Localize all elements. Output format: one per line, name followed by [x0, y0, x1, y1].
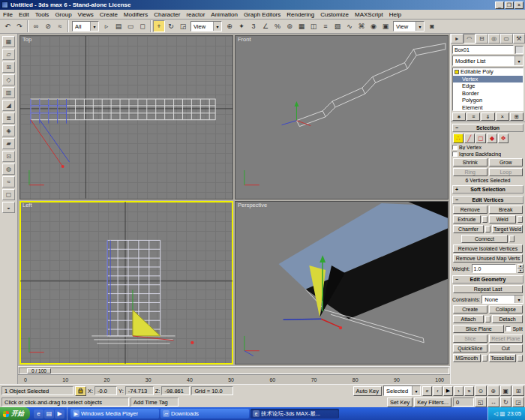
polygon-mode-icon[interactable]: ◆: [487, 134, 497, 143]
soft-selection-rollout-header[interactable]: + Soft Selection: [452, 185, 524, 194]
dock-tool-icon-12[interactable]: ≈: [2, 176, 15, 188]
select-and-link-icon[interactable]: ∞: [30, 20, 42, 32]
remove-isolated-vertices-button[interactable]: Remove Isolated Vertices: [453, 244, 523, 253]
repeat-last-button[interactable]: Repeat Last: [453, 285, 523, 293]
slice-plane-button[interactable]: Slice Plane: [453, 325, 504, 333]
selection-rollout-header[interactable]: − Selection: [452, 124, 524, 132]
select-and-rotate-icon[interactable]: ↻: [165, 20, 177, 32]
dock-tool-icon-9[interactable]: ▰: [2, 138, 15, 149]
key-filters-button[interactable]: Key Filters...: [414, 398, 452, 407]
animate-selected-dropdown[interactable]: Selected ▾: [383, 386, 421, 396]
next-frame-icon[interactable]: ›: [454, 386, 464, 396]
attach-settings-icon[interactable]: [485, 316, 490, 322]
dock-tool-icon-13[interactable]: ▢: [2, 189, 15, 200]
viewport-perspective-label[interactable]: Perspective: [238, 202, 267, 208]
go-to-start-icon[interactable]: «: [422, 386, 432, 396]
msmooth-settings-icon[interactable]: [482, 355, 488, 362]
dock-tool-icon-1[interactable]: ▦: [2, 36, 15, 47]
layer-manager-icon[interactable]: ▧: [332, 20, 344, 32]
arc-rotate-icon[interactable]: ↻: [500, 397, 512, 407]
viewport-front-label[interactable]: Front: [238, 36, 251, 43]
mirror-icon[interactable]: ◫: [308, 20, 320, 32]
reset-plane-button[interactable]: Reset Plane: [489, 334, 524, 343]
task-forum[interactable]: e 技术论坛-3ds MAX-最...: [250, 409, 339, 418]
weight-spinner[interactable]: ▲ ▼: [518, 264, 524, 273]
break-button[interactable]: Break: [489, 206, 524, 214]
window-crossing-icon[interactable]: ◻: [136, 20, 148, 32]
auto-key-button[interactable]: Auto Key: [353, 386, 382, 396]
quick-render-icon[interactable]: ◙: [426, 20, 438, 32]
show-end-result-icon[interactable]: ≡: [466, 112, 480, 121]
modifier-list-dropdown[interactable]: Modifier List ▾: [452, 56, 524, 66]
undo-icon[interactable]: ↶: [2, 20, 14, 32]
task-downloads[interactable]: ▱ Downloads: [160, 409, 249, 418]
collapse-button[interactable]: Collapse: [489, 305, 524, 314]
menu-item[interactable]: Edit: [16, 10, 32, 19]
select-and-manipulate-icon[interactable]: ✦: [236, 20, 248, 32]
remove-modifier-icon[interactable]: ×: [496, 112, 509, 121]
dock-tool-icon-2[interactable]: ▱: [2, 49, 15, 60]
unlink-selection-icon[interactable]: ⊘: [42, 20, 54, 32]
display-tab-icon[interactable]: ▭: [500, 34, 513, 44]
menu-item[interactable]: Create: [97, 10, 121, 19]
split-checkbox[interactable]: [506, 326, 511, 332]
z-coordinate-field[interactable]: -98.861: [161, 386, 190, 395]
msmooth-button[interactable]: MSmooth: [453, 354, 481, 362]
edit-vertices-rollout-header[interactable]: − Edit Vertices: [452, 196, 524, 204]
menu-item[interactable]: File: [0, 10, 16, 19]
weld-settings-icon[interactable]: [518, 216, 523, 223]
by-vertex-checkbox[interactable]: [452, 145, 458, 150]
named-selection-sets-icon[interactable]: ▦: [296, 20, 308, 32]
dock-tool-icon-11[interactable]: ◍: [2, 164, 15, 175]
tessellate-button[interactable]: Tessellate: [489, 354, 517, 362]
dock-tool-icon-7[interactable]: ≣: [2, 112, 15, 124]
ignore-backfacing-checkbox[interactable]: [452, 152, 458, 157]
viewport-top[interactable]: Top: [20, 35, 233, 200]
loop-button[interactable]: Loop: [489, 168, 524, 176]
stack-subobject-item[interactable]: Polygon: [453, 97, 523, 104]
current-frame-field[interactable]: 0: [453, 398, 474, 406]
menu-item[interactable]: Help: [386, 10, 404, 19]
redo-icon[interactable]: ↷: [14, 20, 26, 32]
viewport-perspective[interactable]: Perspective: [235, 201, 448, 365]
time-slider-handle[interactable]: 0 / 100: [27, 368, 51, 374]
border-mode-icon[interactable]: ▢: [476, 134, 486, 143]
minimize-button[interactable]: _: [495, 2, 504, 9]
material-editor-icon[interactable]: ◉: [368, 20, 380, 32]
quickslice-button[interactable]: QuickSlice: [453, 344, 488, 352]
zoom-all-icon[interactable]: ⊕: [488, 386, 500, 396]
rect-selection-region-icon[interactable]: ▭: [124, 20, 136, 32]
selection-filter-dropdown[interactable]: All ▾: [72, 21, 99, 32]
stack-subobject-item[interactable]: Border: [453, 90, 523, 98]
ring-button[interactable]: Ring: [453, 168, 488, 176]
align-icon[interactable]: ≡: [320, 20, 332, 32]
tessellate-settings-icon[interactable]: [518, 355, 523, 362]
create-button[interactable]: Create: [453, 305, 488, 314]
menu-item[interactable]: Group: [52, 10, 74, 19]
close-button[interactable]: ×: [514, 2, 524, 9]
dock-tool-icon-8[interactable]: ◈: [2, 125, 15, 136]
angle-snap-icon[interactable]: ∠: [260, 20, 272, 32]
task-windows-media-player[interactable]: ▶ Windows Media Player: [70, 409, 159, 418]
add-time-tag[interactable]: Add Time Tag: [130, 398, 178, 406]
menu-item[interactable]: Modifiers: [121, 10, 151, 19]
show-desktop-icon[interactable]: ▤: [44, 410, 54, 418]
chamfer-button[interactable]: Chamfer: [453, 225, 484, 233]
previous-frame-icon[interactable]: ‹: [433, 386, 442, 396]
viewport-front[interactable]: Front: [235, 35, 448, 200]
select-by-name-icon[interactable]: ▤: [112, 20, 124, 32]
render-scene-icon[interactable]: ▣: [380, 20, 392, 32]
constraints-dropdown[interactable]: None ▾: [482, 295, 524, 304]
viewport-left[interactable]: Left: [20, 201, 233, 365]
menu-item[interactable]: Views: [75, 10, 97, 19]
utilities-tab-icon[interactable]: ⚒: [513, 34, 525, 44]
menu-item[interactable]: Rendering: [284, 10, 317, 19]
make-unique-icon[interactable]: ⇓: [481, 112, 494, 121]
hierarchy-tab-icon[interactable]: ⊟: [476, 34, 488, 44]
pin-stack-icon[interactable]: ∗: [452, 112, 466, 121]
y-coordinate-field[interactable]: -74.713: [125, 386, 154, 395]
zoom-icon[interactable]: ⊙: [475, 386, 487, 396]
target-weld-button[interactable]: Target Weld: [492, 225, 523, 233]
schematic-view-icon[interactable]: ⌘: [356, 20, 368, 32]
snap-toggle-icon[interactable]: 3: [248, 20, 260, 32]
